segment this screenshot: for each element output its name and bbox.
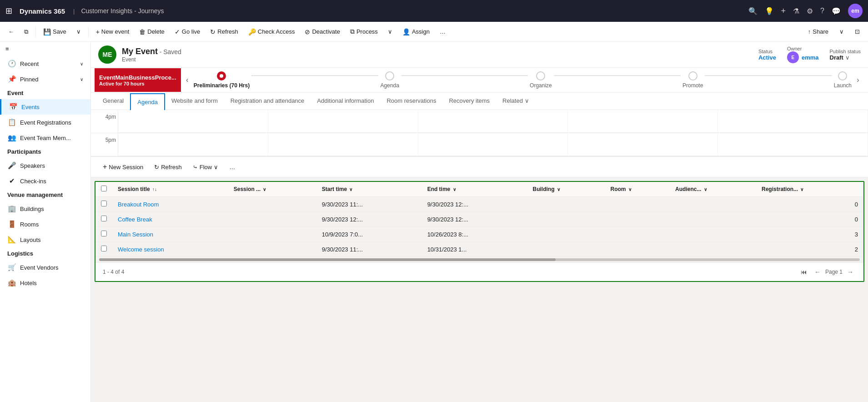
sidebar-item-checkins[interactable]: ✔ Check-ins [0,173,90,189]
sidebar-item-rooms[interactable]: 🚪 Rooms [0,216,90,232]
window-button[interactable]: ⧉ [20,25,33,38]
th-registration[interactable]: Registration... ∨ [756,182,863,197]
sidebar-group-participants[interactable]: Participants [0,146,90,158]
new-session-button[interactable]: + New Session [98,161,148,173]
delete-button[interactable]: 🗑 Delete [135,25,169,38]
process-button[interactable]: ⧉ Process [346,25,382,38]
lightbulb-icon[interactable]: 💡 [765,7,774,15]
th-session-type[interactable]: Session ... ∨ [228,182,316,197]
session-title-link[interactable]: Breakout Room [118,201,159,208]
refresh-button[interactable]: ↻ Refresh [206,25,243,38]
flow-button[interactable]: ⤷ Flow ∨ [188,161,223,173]
publish-dropdown-icon[interactable]: ∨ [845,54,850,61]
table-row[interactable]: Breakout Room 9/30/2023 11:... 9/30/2023… [95,197,863,212]
time-4pm: 4pm [91,110,118,133]
top-navigation: ⊞ Dynamics 365 | Customer Insights - Jou… [0,0,868,22]
check-access-button[interactable]: 🔑 Check Access [244,25,300,38]
tab-additional-info[interactable]: Additional information [311,93,380,110]
tab-registration-attendance[interactable]: Registration and attendance [224,93,311,110]
main-layout: ≡ 🕐 Recent ∨ 📌 Pinned ∨ Event 📅 Events 📋… [0,42,868,402]
session-more-button[interactable]: … [225,161,240,173]
row-checkbox[interactable] [101,231,107,236]
plus-icon: + [96,28,100,35]
back-button[interactable]: ← [4,25,19,38]
row-checkbox[interactable] [101,216,107,221]
more-commands-button[interactable]: … [435,25,450,38]
page-navigation: ⏮ ← Page 1 → [798,266,856,277]
bpf-stage-promote[interactable]: Promote [682,71,703,89]
session-title-link[interactable]: Coffee Break [118,216,152,223]
th-building[interactable]: Building ∨ [527,182,605,197]
help-icon[interactable]: ? [820,7,824,15]
sidebar-item-event-team[interactable]: 👥 Event Team Mem... [0,130,90,146]
window-expand-button[interactable]: ⊡ [850,25,864,38]
tab-recovery-items[interactable]: Recovery items [442,93,496,110]
page-label: Page 1 [825,269,843,275]
bpf-stage-launch[interactable]: Launch [834,71,852,89]
save-button[interactable]: 💾 Save [39,25,71,38]
status-value: Active [758,54,776,61]
bpf-label-2: Agenda [380,82,399,89]
session-refresh-button[interactable]: ↻ Refresh [150,161,186,173]
tab-agenda[interactable]: Agenda [130,93,165,110]
first-page-button[interactable]: ⏮ [798,266,810,277]
process-dropdown-button[interactable]: ∨ [383,25,397,38]
session-title-link[interactable]: Main Session [118,231,153,238]
sidebar-item-events[interactable]: 📅 Events [0,99,90,115]
row-checkbox[interactable] [101,201,107,206]
settings-icon[interactable]: ⚙ [807,7,813,15]
tab-general[interactable]: General [96,93,130,110]
sidebar-item-hotels[interactable]: 🏨 Hotels [0,275,90,291]
table-row[interactable]: Welcome session 9/30/2023 11:... 10/31/2… [95,242,863,257]
sidebar-item-buildings[interactable]: 🏢 Buildings [0,201,90,216]
th-room[interactable]: Room ∨ [605,182,670,197]
prev-page-button[interactable]: ← [812,266,823,277]
th-end-time[interactable]: End time ∨ [422,182,527,197]
sidebar-item-layouts[interactable]: 📐 Layouts [0,232,90,247]
assign-button[interactable]: 👤 Assign [398,25,434,38]
save-dropdown-button[interactable]: ∨ [72,25,85,38]
row-start-time-cell: 9/30/2023 11:... [316,197,422,212]
deactivate-button[interactable]: ⊘ Deactivate [300,25,344,38]
sidebar-collapse-button[interactable]: ≡ [0,42,90,56]
sidebar-group-venue[interactable]: Venue management [0,189,90,201]
bpf-next-button[interactable]: › [852,68,864,92]
sidebar-group-logistics[interactable]: Logistics [0,247,90,260]
go-live-button[interactable]: ✓ Go live [170,25,205,38]
bpf-stage-agenda[interactable]: Agenda [380,71,399,89]
back-icon: ← [8,28,14,35]
tab-related[interactable]: Related ∨ [496,93,536,110]
new-event-button[interactable]: + New event [91,25,134,38]
th-session-title[interactable]: Session title ↑↓ [112,182,228,197]
sidebar-item-event-registrations[interactable]: 📋 Event Registrations [0,115,90,130]
bpf-active-label[interactable]: EventMainBusinessProce... Active for 70 … [95,68,181,92]
table-row[interactable]: Coffee Break 9/30/2023 12:... 9/30/2023 … [95,212,863,227]
th-audience[interactable]: Audienc... ∨ [670,182,756,197]
th-start-time[interactable]: Start time ∨ [316,182,422,197]
sidebar-group-event[interactable]: Event [0,87,90,99]
filter-icon[interactable]: ⚗ [793,7,799,15]
bpf-stage-organize[interactable]: Organize [530,71,552,89]
chat-icon[interactable]: 💬 [832,7,841,15]
row-checkbox[interactable] [101,246,107,251]
select-all-checkbox[interactable] [101,186,107,191]
table-row[interactable]: Main Session 10/9/2023 7:0... 10/26/2023… [95,227,863,242]
bpf-prev-button[interactable]: ‹ [181,68,194,92]
sidebar-item-pinned[interactable]: 📌 Pinned ∨ [0,71,90,87]
sidebar-item-recent[interactable]: 🕐 Recent ∨ [0,56,90,71]
share-button[interactable]: ↑ Share [803,25,833,38]
tab-room-reservations[interactable]: Room reservations [380,93,442,110]
sidebar-item-vendors[interactable]: 🛒 Event Vendors [0,260,90,275]
session-title-link[interactable]: Welcome session [118,246,164,253]
sidebar-item-speakers[interactable]: 🎤 Speakers [0,158,90,173]
tab-website-form[interactable]: Website and form [165,93,224,110]
waffle-menu[interactable]: ⊞ [5,6,12,16]
share-dropdown-button[interactable]: ∨ [835,25,848,38]
plus-icon[interactable]: + [781,6,786,16]
horizontal-scrollbar[interactable] [95,257,863,262]
bpf-stage-preliminaries[interactable]: Preliminaries (70 Hrs) [194,71,250,89]
grid-row-4pm: 4pm [91,110,868,133]
user-avatar[interactable]: em [848,4,863,18]
next-page-button[interactable]: → [844,266,856,277]
search-icon[interactable]: 🔍 [748,7,758,15]
